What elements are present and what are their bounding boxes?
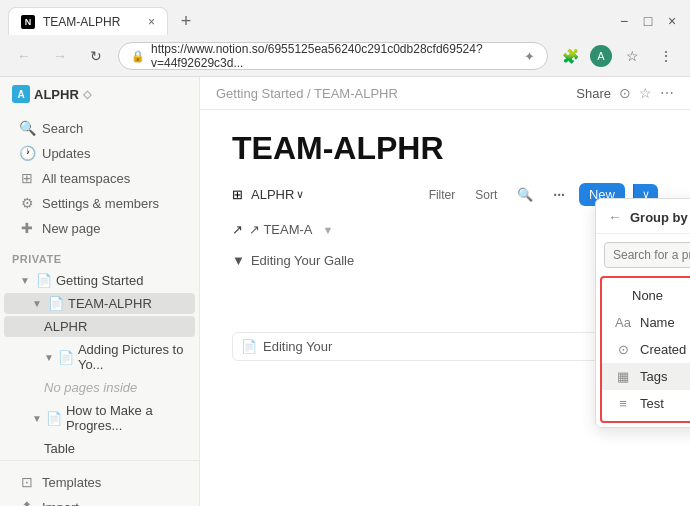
app-layout: A ALPHR ◇ 🔍 Search 🕐 Updates ⊞ All teams…	[0, 77, 690, 506]
sidebar-item-getting-started[interactable]: ▼ 📄 Getting Started	[4, 270, 195, 291]
browser-menu-button[interactable]: ⋮	[652, 42, 680, 70]
window-close-button[interactable]: ×	[662, 13, 682, 29]
sidebar-item-table[interactable]: Table	[4, 438, 195, 459]
address-star-icon: ✦	[524, 49, 535, 64]
search-button[interactable]: 🔍	[511, 185, 539, 204]
window-maximize-button[interactable]: □	[638, 13, 658, 29]
page-body: TEAM-ALPHR ⊞ ALPHR ∨ Filter Sort 🔍 ··· N…	[200, 110, 690, 506]
section-arrow-icon: ↗	[232, 222, 243, 237]
tags-icon: ▦	[614, 369, 632, 384]
tab-bar: N TEAM-ALPHR × + − □ ×	[0, 0, 690, 36]
groupby-search-input[interactable]	[604, 242, 690, 268]
window-minimize-button[interactable]: −	[614, 13, 634, 29]
clock-icon: 🕐	[18, 145, 36, 161]
page-icon: 📄	[36, 273, 52, 288]
groupby-option-name[interactable]: Aa Name ✓	[602, 309, 690, 336]
workspace-avatar: A	[12, 85, 30, 103]
sidebar-item-progress[interactable]: ▼ 📄 How to Make a Progres...	[4, 400, 195, 436]
window-controls: − □ ×	[614, 13, 682, 29]
page-item-icon: 📄	[241, 339, 257, 354]
page-title: TEAM-ALPHR	[232, 130, 658, 167]
groupby-back-button[interactable]: ←	[608, 209, 622, 225]
more-options-button[interactable]: ···	[547, 185, 571, 205]
tree-toggle-icon: ▼	[20, 275, 32, 286]
clock-icon: ⊙	[614, 342, 632, 357]
sidebar-item-search[interactable]: 🔍 Search	[6, 116, 193, 140]
tab-title: TEAM-ALPHR	[43, 15, 140, 29]
sidebar-bottom: ⊡ Templates ⬆ Import 🗑 Trash	[0, 460, 199, 506]
sidebar-item-alphr[interactable]: ALPHR	[4, 316, 195, 337]
sidebar: A ALPHR ◇ 🔍 Search 🕐 Updates ⊞ All teams…	[0, 77, 200, 506]
help-icon[interactable]: ⊙	[619, 85, 631, 101]
gear-icon: ⚙	[18, 195, 36, 211]
sidebar-item-no-pages: No pages inside	[4, 377, 195, 398]
sidebar-item-new-page[interactable]: ✚ New page	[6, 216, 193, 240]
search-icon: 🔍	[18, 120, 36, 136]
more-options-icon[interactable]: ⋯	[660, 85, 674, 101]
list-icon: ≡	[614, 396, 632, 411]
private-section-label: Private	[0, 245, 199, 269]
extensions-button[interactable]: 🧩	[556, 42, 584, 70]
groupby-option-created[interactable]: ⊙ Created	[602, 336, 690, 363]
breadcrumb: Getting Started / TEAM-ALPHR	[216, 86, 398, 101]
sidebar-item-templates[interactable]: ⊡ Templates	[6, 470, 193, 494]
db-dropdown-icon: ∨	[296, 188, 304, 201]
sidebar-item-adding-pictures[interactable]: ▼ 📄 Adding Pictures to Yo...	[4, 339, 195, 375]
section-triangle-icon: ▼	[232, 253, 245, 268]
nav-forward-button[interactable]: →	[46, 42, 74, 70]
groupby-option-none[interactable]: None	[602, 282, 690, 309]
text-icon: Aa	[614, 315, 632, 330]
nav-back-button[interactable]: ←	[10, 42, 38, 70]
header-actions: Share ⊙ ☆ ⋯	[576, 85, 674, 101]
tree-toggle-icon: ▼	[32, 413, 42, 424]
page-icon: 📄	[48, 296, 64, 311]
plus-icon: ✚	[18, 220, 36, 236]
groupby-option-test[interactable]: ≡ Test	[602, 390, 690, 417]
database-icon: ⊞	[232, 187, 243, 202]
templates-icon: ⊡	[18, 474, 36, 490]
groupby-popup: ← Group by × None Aa Name ✓	[595, 198, 690, 428]
groupby-options-list: None Aa Name ✓ ⊙ Created ▦ Tags	[600, 276, 690, 423]
share-button[interactable]: Share	[576, 86, 611, 101]
page-icon: 📄	[58, 350, 74, 365]
tree-toggle-icon: ▼	[32, 298, 44, 309]
tab-close-button[interactable]: ×	[148, 15, 155, 29]
workspace-chevron-icon: ◇	[83, 88, 91, 101]
profile-button[interactable]: A	[590, 45, 612, 67]
page-icon: 📄	[46, 411, 62, 426]
section-toggle-icon: ▼	[323, 224, 334, 236]
page-header: Getting Started / TEAM-ALPHR Share ⊙ ☆ ⋯	[200, 77, 690, 110]
bookmark-button[interactable]: ☆	[618, 42, 646, 70]
url-text: https://www.notion.so/6955125ea56240c291…	[151, 42, 518, 70]
filter-button[interactable]: Filter	[423, 186, 462, 204]
browser-actions: 🧩 A ☆ ⋮	[556, 42, 680, 70]
database-name[interactable]: ALPHR ∨	[251, 187, 304, 202]
sidebar-header: A ALPHR ◇	[0, 77, 199, 111]
groupby-option-tags[interactable]: ▦ Tags	[602, 363, 690, 390]
sidebar-nav: 🔍 Search 🕐 Updates ⊞ All teamspaces ⚙ Se…	[0, 111, 199, 245]
sort-button[interactable]: Sort	[469, 186, 503, 204]
workspace-name[interactable]: A ALPHR ◇	[12, 85, 91, 103]
main-content: Getting Started / TEAM-ALPHR Share ⊙ ☆ ⋯…	[200, 77, 690, 506]
groupby-title: Group by	[630, 210, 690, 225]
active-tab[interactable]: N TEAM-ALPHR ×	[8, 7, 168, 35]
browser-chrome: N TEAM-ALPHR × + − □ × ← → ↻ 🔒 https://w…	[0, 0, 690, 77]
grid-icon: ⊞	[18, 170, 36, 186]
lock-icon: 🔒	[131, 50, 145, 63]
sidebar-item-teamspaces[interactable]: ⊞ All teamspaces	[6, 166, 193, 190]
star-icon[interactable]: ☆	[639, 85, 652, 101]
browser-controls: ← → ↻ 🔒 https://www.notion.so/6955125ea5…	[0, 36, 690, 76]
sidebar-item-team-alphr[interactable]: ▼ 📄 TEAM-ALPHR	[4, 293, 195, 314]
tab-favicon: N	[21, 15, 35, 29]
new-tab-button[interactable]: +	[172, 7, 200, 35]
tree-toggle-icon: ▼	[44, 352, 54, 363]
sidebar-item-settings[interactable]: ⚙ Settings & members	[6, 191, 193, 215]
nav-refresh-button[interactable]: ↻	[82, 42, 110, 70]
import-icon: ⬆	[18, 499, 36, 506]
groupby-header: ← Group by ×	[596, 199, 690, 234]
sidebar-item-updates[interactable]: 🕐 Updates	[6, 141, 193, 165]
sidebar-item-import[interactable]: ⬆ Import	[6, 495, 193, 506]
groupby-search	[596, 234, 690, 276]
address-bar[interactable]: 🔒 https://www.notion.so/6955125ea56240c2…	[118, 42, 548, 70]
